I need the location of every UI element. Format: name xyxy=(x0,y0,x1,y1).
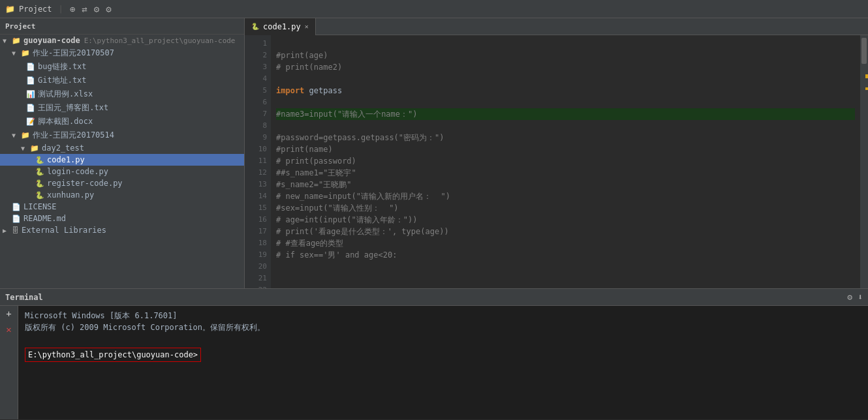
file-blog[interactable]: 📄 王国元_博客图.txt xyxy=(0,101,244,115)
readme-icon: 📄 xyxy=(12,215,21,223)
root-name: guoyuan-code xyxy=(23,36,80,45)
folder-icon-day2test: 📁 xyxy=(30,144,39,153)
terminal-download-icon[interactable]: ⬇ xyxy=(858,292,863,302)
terminal-line-3 xyxy=(25,333,861,345)
toolbar-divider: | xyxy=(59,5,63,14)
terminal-close-icon[interactable]: ✕ xyxy=(6,324,11,335)
folder-label-day2test: day2_test xyxy=(42,143,84,153)
file-docx[interactable]: 📝 脚本截图.docx xyxy=(0,115,244,128)
txt-icon-bug: 📄 xyxy=(26,63,35,71)
project-label: Project xyxy=(19,5,52,14)
gear2-icon[interactable]: ⚙ xyxy=(106,4,111,14)
file-xlsx[interactable]: 📊 测试用例.xlsx xyxy=(0,87,244,101)
folder-ext-libs[interactable]: ▶ 🗄 External Libraries xyxy=(0,224,244,236)
code-editor[interactable]: #print(age) # print(name2) import getpas… xyxy=(271,35,860,288)
file-label-register: register-code.py xyxy=(47,179,123,188)
terminal-header: Terminal ⚙ ⬇ xyxy=(0,289,868,306)
root-folder-icon: 📁 xyxy=(12,37,21,45)
folder-label-ext-libs: External Libraries xyxy=(22,226,106,235)
bottom-section: Terminal ⚙ ⬇ + ✕ Microsoft Windows [版本 6… xyxy=(0,289,868,419)
folder-20170507[interactable]: ▼ 📁 作业-王国元20170507 xyxy=(0,46,244,60)
txt-icon-git: 📄 xyxy=(26,76,35,85)
folder-label-20170514: 作业-王国元20170514 xyxy=(33,130,114,141)
arrow-20170514: ▼ xyxy=(12,132,21,139)
file-label-xlsx: 测试用例.xlsx xyxy=(38,89,93,100)
folder-label-20170507: 作业-王国元20170507 xyxy=(33,48,114,59)
scroll-marker-yellow2 xyxy=(865,87,868,90)
py-icon-code1: 🐍 xyxy=(35,156,44,164)
py-icon-login: 🐍 xyxy=(35,168,44,176)
file-code1[interactable]: 🐍 code1.py xyxy=(0,154,244,166)
file-git[interactable]: 📄 Git地址.txt xyxy=(0,74,244,87)
terminal-add-icon[interactable]: + xyxy=(6,308,11,319)
file-license[interactable]: 📄 LICENSE xyxy=(0,201,244,213)
license-icon: 📄 xyxy=(12,203,21,211)
file-label-docx: 脚本截图.docx xyxy=(38,116,93,127)
xlsx-icon: 📊 xyxy=(26,90,35,98)
file-login[interactable]: 🐍 login-code.py xyxy=(0,166,244,177)
folder-icon-20170514: 📁 xyxy=(21,131,30,140)
file-label-login: login-code.py xyxy=(47,167,108,176)
tab-icon-code1: 🐍 xyxy=(251,23,259,30)
py-icon-register: 🐍 xyxy=(35,179,44,188)
file-label-git: Git地址.txt xyxy=(38,75,87,86)
terminal-side-panel: + ✕ xyxy=(0,306,18,419)
editor-content: 12345 678910 1112131415 1617181920 2122 … xyxy=(245,35,868,288)
file-label-xunhuan: xunhuan.py xyxy=(47,190,94,200)
file-xunhuan[interactable]: 🐍 xunhuan.py xyxy=(0,189,244,201)
sidebar-title: Project xyxy=(5,22,35,31)
gear-icon[interactable]: ⚙ xyxy=(94,4,99,14)
tab-label-code1: code1.py xyxy=(263,22,301,31)
ext-libs-icon: 🗄 xyxy=(12,226,19,235)
file-register[interactable]: 🐍 register-code.py xyxy=(0,177,244,189)
scroll-thumb[interactable] xyxy=(861,38,867,64)
arrow-ext-libs: ▶ xyxy=(3,227,12,234)
root-arrow: ▼ xyxy=(3,37,12,44)
line-numbers: 12345 678910 1112131415 1617181920 2122 xyxy=(245,35,271,288)
terminal-line-1: Microsoft Windows [版本 6.1.7601] xyxy=(25,310,861,322)
file-label-license: LICENSE xyxy=(23,202,57,211)
arrow-day2test: ▼ xyxy=(21,145,30,152)
editor-area: 🐍 code1.py ✕ 12345 678910 1112131415 161… xyxy=(245,18,868,288)
main-container: Project ▼ 📁 guoyuan-code E:\python3_all_… xyxy=(0,18,868,420)
terminal-title: Terminal xyxy=(5,293,43,302)
sidebar: Project ▼ 📁 guoyuan-code E:\python3_all_… xyxy=(0,18,245,288)
terminal-prompt[interactable]: E:\python3_all_project\guoyuan-code> xyxy=(25,348,201,362)
project-icon: 📁 xyxy=(5,5,15,14)
title-bar: 📁 Project | ⊕ ⇄ ⚙ ⚙ xyxy=(0,0,868,18)
folder-day2test[interactable]: ▼ 📁 day2_test xyxy=(0,142,244,154)
txt-icon-blog: 📄 xyxy=(26,104,35,112)
sidebar-header: Project xyxy=(0,18,244,35)
file-label-readme: README.md xyxy=(23,214,66,223)
root-path: E:\python3_all_project\guoyuan-code xyxy=(84,37,236,45)
terminal-prompt-line: E:\python3_all_project\guoyuan-code> xyxy=(25,345,861,362)
terminal-gear-icon[interactable]: ⚙ xyxy=(847,292,852,302)
folder-20170514[interactable]: ▼ 📁 作业-王国元20170514 xyxy=(0,128,244,142)
tree-root[interactable]: ▼ 📁 guoyuan-code E:\python3_all_project\… xyxy=(0,35,244,46)
project-toolbar: 📁 Project | ⊕ ⇄ ⚙ ⚙ xyxy=(5,4,112,14)
terminal-actions: ⚙ ⬇ xyxy=(847,292,863,302)
tab-code1[interactable]: 🐍 code1.py ✕ xyxy=(245,18,316,35)
scroll-marker-yellow xyxy=(865,74,868,78)
file-readme[interactable]: 📄 README.md xyxy=(0,213,244,224)
file-bug[interactable]: 📄 bug链接.txt xyxy=(0,60,244,74)
tab-close-code1[interactable]: ✕ xyxy=(305,23,309,30)
sync-icon[interactable]: ⇄ xyxy=(82,4,87,14)
docx-icon: 📝 xyxy=(26,117,35,126)
arrow-20170507: ▼ xyxy=(12,50,21,57)
top-section: Project ▼ 📁 guoyuan-code E:\python3_all_… xyxy=(0,18,868,289)
file-tree: ▼ 📁 guoyuan-code E:\python3_all_project\… xyxy=(0,35,244,236)
terminal-line-2: 版权所有 (c) 2009 Microsoft Corporation。保留所有… xyxy=(25,322,861,333)
file-label-bug: bug链接.txt xyxy=(38,61,87,72)
folder-icon-20170507: 📁 xyxy=(21,49,30,57)
terminal-body[interactable]: Microsoft Windows [版本 6.1.7601] 版权所有 (c)… xyxy=(18,306,868,419)
editor-tabs: 🐍 code1.py ✕ xyxy=(245,18,868,35)
py-icon-xunhuan: 🐍 xyxy=(35,191,44,200)
editor-scrollbar[interactable] xyxy=(860,35,868,288)
file-label-code1: code1.py xyxy=(47,155,85,164)
file-label-blog: 王国元_博客图.txt xyxy=(38,102,108,113)
add-icon[interactable]: ⊕ xyxy=(70,4,75,14)
